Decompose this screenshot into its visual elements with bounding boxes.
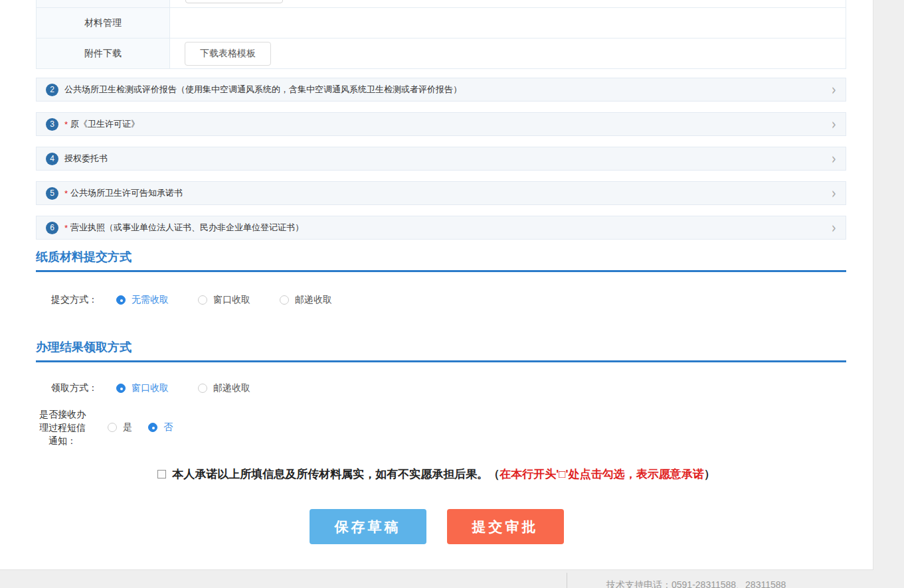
commitment-text: 本人承诺以上所填信息及所传材料属实，如有不实愿承担后果。（ xyxy=(172,467,499,482)
submit-method-label: 提交方式： xyxy=(36,294,98,306)
truncated-input-field[interactable] xyxy=(185,0,283,3)
item-number-badge: 6 xyxy=(46,222,58,234)
receive-method-row: 领取方式： 窗口收取 邮递收取 xyxy=(36,378,873,398)
attachment-title: 授权委托书 xyxy=(64,153,108,165)
radio-button-icon xyxy=(108,423,117,432)
material-manage-label: 材料管理 xyxy=(37,8,170,38)
radio-no-collection[interactable]: 无需收取 xyxy=(116,294,169,306)
radio-button-icon xyxy=(198,295,207,305)
table-row: 附件下载 下载表格模板 xyxy=(37,38,846,68)
material-manage-value xyxy=(170,8,846,38)
radio-sms-yes[interactable]: 是 xyxy=(108,421,132,433)
receive-method-options: 窗口收取 邮递收取 xyxy=(116,382,280,394)
attachment-item-2[interactable]: 2 公共场所卫生检测或评价报告（使用集中空调通风系统的，含集中空调通风系统卫生检… xyxy=(36,78,846,102)
attachment-title: 公共场所卫生检测或评价报告（使用集中空调通风系统的，含集中空调通风系统卫生检测或… xyxy=(64,84,462,96)
receive-method-label: 领取方式： xyxy=(36,382,98,394)
chevron-right-icon: › xyxy=(832,117,836,132)
radio-button-icon xyxy=(116,295,126,305)
action-buttons: 保存草稿 提交审批 xyxy=(0,509,873,544)
download-template-button[interactable]: 下载表格模板 xyxy=(185,42,271,66)
radio-mail-collection[interactable]: 邮递收取 xyxy=(280,294,332,306)
submit-method-options: 无需收取 窗口收取 邮递收取 xyxy=(116,294,361,306)
table-row: 材料管理 xyxy=(37,7,846,38)
item-number-badge: 3 xyxy=(46,118,58,131)
commitment-checkbox[interactable] xyxy=(157,470,166,478)
radio-button-icon xyxy=(280,295,289,305)
required-mark: * xyxy=(64,188,68,198)
attachment-item-3[interactable]: 3 * 原《卫生许可证》 › xyxy=(36,112,846,136)
chevron-right-icon: › xyxy=(832,186,836,201)
attachment-title: 原《卫生许可证》 xyxy=(70,118,139,130)
commitment-row: 本人承诺以上所填信息及所传材料属实，如有不实愿承担后果。（在本行开头'□'处点击… xyxy=(0,467,873,482)
sms-notify-options: 是 否 xyxy=(108,421,202,433)
attachment-item-4[interactable]: 4 授权委托书 › xyxy=(36,147,846,171)
table-row xyxy=(37,0,846,7)
radio-button-icon xyxy=(148,423,157,432)
page-footer: 技术支持电话：0591-28311588、28311588 xyxy=(0,570,904,588)
radio-window-collection[interactable]: 窗口收取 xyxy=(198,294,250,306)
submit-method-row: 提交方式： 无需收取 窗口收取 邮递收取 xyxy=(36,290,873,310)
material-info-table: 材料管理 附件下载 下载表格模板 xyxy=(36,0,846,69)
radio-button-icon xyxy=(198,384,207,393)
attachment-list: 2 公共场所卫生检测或评价报告（使用集中空调通风系统的，含集中空调通风系统卫生检… xyxy=(36,78,846,240)
attachment-title: 公共场所卫生许可告知承诺书 xyxy=(70,187,183,199)
attachment-title: 营业执照（或事业单位法人证书、民办非企业单位登记证书） xyxy=(70,222,304,234)
chevron-right-icon: › xyxy=(832,151,836,167)
attachment-item-6[interactable]: 6 * 营业执照（或事业单位法人证书、民办非企业单位登记证书） › xyxy=(36,216,846,240)
item-number-badge: 2 xyxy=(46,84,58,96)
footer-divider xyxy=(567,573,567,588)
sms-notify-label: 是否接收办理过程短信通知： xyxy=(31,407,89,447)
commitment-text-close: ） xyxy=(704,467,715,482)
table-row-label xyxy=(37,0,170,7)
section-paper-material: 纸质材料提交方式 xyxy=(36,249,846,272)
attachment-item-5[interactable]: 5 * 公共场所卫生许可告知承诺书 › xyxy=(36,181,846,205)
item-number-badge: 5 xyxy=(46,187,58,200)
radio-sms-no[interactable]: 否 xyxy=(148,421,173,433)
attachment-download-label: 附件下载 xyxy=(37,38,170,68)
chevron-right-icon: › xyxy=(832,82,836,98)
radio-mail-pickup[interactable]: 邮递收取 xyxy=(198,382,250,394)
commitment-hint-red: 在本行开头'□'处点击勾选，表示愿意承诺 xyxy=(499,467,703,482)
sms-notify-row: 是否接收办理过程短信通知： 是 否 xyxy=(36,407,873,447)
submit-approval-button[interactable]: 提交审批 xyxy=(447,509,564,544)
required-mark: * xyxy=(64,119,68,129)
required-mark: * xyxy=(64,223,68,233)
radio-window-pickup[interactable]: 窗口收取 xyxy=(116,382,169,394)
chevron-right-icon: › xyxy=(832,220,836,236)
support-phone-text: 技术支持电话：0591-28311588、28311588 xyxy=(606,579,786,588)
item-number-badge: 4 xyxy=(46,153,58,165)
section-title: 办理结果领取方式 xyxy=(36,339,846,355)
save-draft-button[interactable]: 保存草稿 xyxy=(310,509,426,544)
radio-button-icon xyxy=(116,384,126,393)
section-title: 纸质材料提交方式 xyxy=(36,249,846,265)
form-content-panel: 材料管理 附件下载 下载表格模板 2 公共场所卫生检测或评价报告（使用集中空调通… xyxy=(0,0,873,570)
section-result-collection: 办理结果领取方式 xyxy=(36,339,846,362)
